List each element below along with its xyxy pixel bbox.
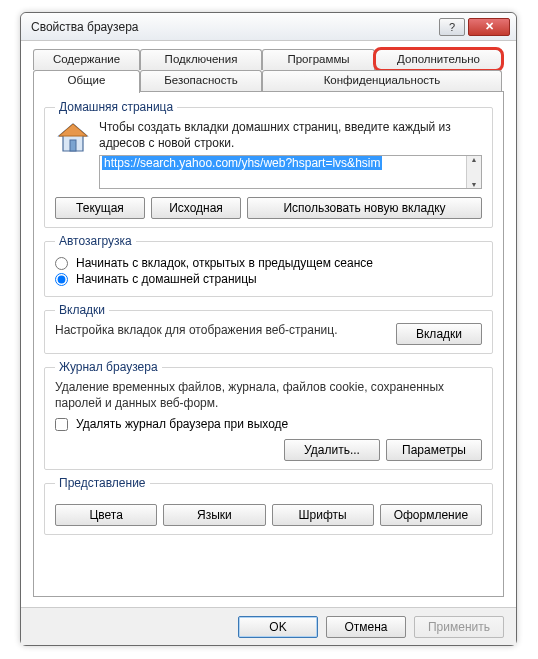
svg-marker-2	[59, 124, 87, 136]
group-history: Журнал браузера Удаление временных файло…	[44, 360, 493, 470]
use-default-button[interactable]: Исходная	[151, 197, 241, 219]
tab-connections[interactable]: Подключения	[140, 49, 262, 70]
radio-start-tabs[interactable]: Начинать с вкладок, открытых в предыдуще…	[55, 256, 482, 270]
radio-start-tabs-input[interactable]	[55, 257, 68, 270]
tab-programs[interactable]: Программы	[262, 49, 375, 70]
svg-rect-1	[70, 140, 76, 151]
window-title: Свойства браузера	[31, 20, 436, 34]
titlebar: Свойства браузера ? ✕	[21, 13, 516, 41]
languages-button[interactable]: Языки	[163, 504, 265, 526]
tab-row-bottom: Общие Безопасность Конфиденциальность	[33, 70, 502, 93]
radio-start-home-label: Начинать с домашней страницы	[76, 272, 257, 286]
group-appearance: Представление Цвета Языки Шрифты Оформле…	[44, 476, 493, 535]
use-current-button[interactable]: Текущая	[55, 197, 145, 219]
tab-row-top: Содержание Подключения Программы Дополни…	[33, 49, 502, 70]
homepage-url-value: https://search.yahoo.com/yhs/web?hspart=…	[102, 156, 382, 170]
ok-button[interactable]: OK	[238, 616, 318, 638]
history-settings-button[interactable]: Параметры	[386, 439, 482, 461]
cancel-button[interactable]: Отмена	[326, 616, 406, 638]
homepage-desc: Чтобы создать вкладки домашних страниц, …	[99, 120, 482, 151]
scrollbar[interactable]: ▲▼	[466, 156, 481, 188]
tabs-settings-button[interactable]: Вкладки	[396, 323, 482, 345]
group-appearance-legend: Представление	[55, 476, 150, 490]
radio-start-home-input[interactable]	[55, 273, 68, 286]
help-button[interactable]: ?	[439, 18, 465, 36]
dialog-window: Свойства браузера ? ✕ Содержание Подключ…	[20, 12, 517, 646]
tab-general[interactable]: Общие	[33, 70, 140, 93]
colors-button[interactable]: Цвета	[55, 504, 157, 526]
delete-on-exit-input[interactable]	[55, 418, 68, 431]
tabs-desc: Настройка вкладок для отображения веб-ст…	[55, 323, 384, 339]
radio-start-tabs-label: Начинать с вкладок, открытых в предыдуще…	[76, 256, 373, 270]
group-tabs-legend: Вкладки	[55, 303, 109, 317]
tab-security[interactable]: Безопасность	[140, 70, 262, 91]
dialog-footer: OK Отмена Применить	[21, 607, 516, 645]
group-startup: Автозагрузка Начинать с вкладок, открыты…	[44, 234, 493, 297]
tab-advanced[interactable]: Дополнительно	[375, 49, 502, 70]
tab-content[interactable]: Содержание	[33, 49, 140, 70]
tab-strip: Содержание Подключения Программы Дополни…	[33, 49, 504, 91]
apply-button[interactable]: Применить	[414, 616, 504, 638]
group-tabs: Вкладки Настройка вкладок для отображени…	[44, 303, 493, 354]
group-homepage: Домашняя страница Чтобы создать вкладки …	[44, 100, 493, 228]
delete-on-exit-label: Удалять журнал браузера при выходе	[76, 417, 288, 431]
fonts-button[interactable]: Шрифты	[272, 504, 374, 526]
home-icon	[55, 120, 91, 156]
delete-on-exit-checkbox[interactable]: Удалять журнал браузера при выходе	[55, 417, 482, 431]
delete-history-button[interactable]: Удалить...	[284, 439, 380, 461]
group-startup-legend: Автозагрузка	[55, 234, 136, 248]
homepage-textarea[interactable]: https://search.yahoo.com/yhs/web?hspart=…	[99, 155, 482, 189]
accessibility-button[interactable]: Оформление	[380, 504, 482, 526]
use-newtab-button[interactable]: Использовать новую вкладку	[247, 197, 482, 219]
group-history-legend: Журнал браузера	[55, 360, 162, 374]
radio-start-home[interactable]: Начинать с домашней страницы	[55, 272, 482, 286]
dialog-body: Содержание Подключения Программы Дополни…	[21, 41, 516, 607]
tab-panel-general: Домашняя страница Чтобы создать вкладки …	[33, 91, 504, 597]
tab-privacy[interactable]: Конфиденциальность	[262, 70, 502, 91]
group-homepage-legend: Домашняя страница	[55, 100, 177, 114]
close-button[interactable]: ✕	[468, 18, 510, 36]
history-desc: Удаление временных файлов, журнала, файл…	[55, 380, 482, 411]
